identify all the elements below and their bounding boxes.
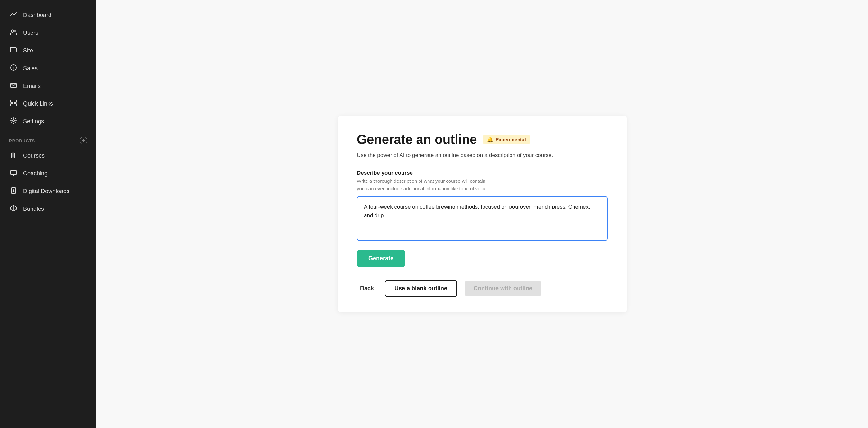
generate-button[interactable]: Generate bbox=[357, 250, 405, 267]
sidebar-item-users[interactable]: Users bbox=[0, 24, 96, 42]
content-card: Generate an outline 🔔 Experimental Use t… bbox=[338, 116, 627, 312]
svg-rect-9 bbox=[10, 104, 13, 106]
sidebar-item-quick-links[interactable]: Quick Links bbox=[0, 95, 96, 113]
svg-rect-15 bbox=[10, 170, 17, 175]
field-label: Describe your course bbox=[357, 170, 608, 176]
badge-icon: 🔔 bbox=[487, 137, 494, 143]
site-icon bbox=[9, 46, 18, 55]
sales-icon: $ bbox=[9, 64, 18, 73]
sidebar-item-bundles-label: Bundles bbox=[23, 206, 44, 212]
svg-rect-8 bbox=[14, 100, 17, 102]
sidebar-item-dashboard-label: Dashboard bbox=[23, 12, 52, 19]
course-description-textarea[interactable] bbox=[357, 196, 608, 241]
users-icon bbox=[9, 29, 18, 37]
sidebar-item-digital-downloads-label: Digital Downloads bbox=[23, 188, 69, 195]
title-row: Generate an outline 🔔 Experimental bbox=[357, 132, 608, 147]
sidebar-item-digital-downloads[interactable]: Digital Downloads bbox=[0, 182, 96, 200]
page-title: Generate an outline bbox=[357, 132, 477, 147]
dashboard-icon bbox=[9, 11, 18, 20]
field-hint-line1: Write a thorough description of what you… bbox=[357, 178, 487, 184]
sidebar: Dashboard Users Site $ S bbox=[0, 0, 96, 428]
sidebar-item-bundles[interactable]: Bundles bbox=[0, 200, 96, 218]
quick-links-icon bbox=[9, 99, 18, 108]
products-section: PRODUCTS + bbox=[0, 130, 96, 147]
digital-downloads-icon bbox=[9, 187, 18, 196]
settings-icon bbox=[9, 117, 18, 126]
field-hint-line2: you can even include additional informat… bbox=[357, 186, 488, 191]
svg-text:$: $ bbox=[12, 66, 14, 70]
main-content: Generate an outline 🔔 Experimental Use t… bbox=[96, 0, 868, 428]
svg-point-11 bbox=[12, 120, 14, 122]
bundles-icon bbox=[9, 205, 18, 213]
svg-rect-7 bbox=[10, 100, 13, 102]
sidebar-item-quick-links-label: Quick Links bbox=[23, 101, 53, 107]
continue-outline-button: Continue with outline bbox=[465, 281, 541, 296]
sidebar-item-settings[interactable]: Settings bbox=[0, 113, 96, 130]
emails-icon bbox=[9, 82, 18, 90]
coaching-icon bbox=[9, 169, 18, 178]
products-section-label: PRODUCTS bbox=[9, 138, 35, 143]
badge-text: Experimental bbox=[495, 137, 526, 142]
subtitle: Use the power of AI to generate an outli… bbox=[357, 151, 608, 160]
sidebar-item-users-label: Users bbox=[23, 30, 38, 36]
sidebar-item-emails[interactable]: Emails bbox=[0, 77, 96, 95]
svg-point-1 bbox=[14, 30, 16, 32]
sidebar-item-emails-label: Emails bbox=[23, 83, 40, 89]
svg-point-0 bbox=[11, 30, 14, 32]
svg-rect-2 bbox=[10, 48, 17, 52]
sidebar-item-sales[interactable]: $ Sales bbox=[0, 60, 96, 77]
sidebar-item-dashboard[interactable]: Dashboard bbox=[0, 6, 96, 24]
courses-icon bbox=[9, 151, 18, 160]
back-button[interactable]: Back bbox=[357, 281, 377, 296]
sidebar-item-courses-label: Courses bbox=[23, 152, 45, 159]
sidebar-item-settings-label: Settings bbox=[23, 118, 44, 125]
sidebar-item-coaching-label: Coaching bbox=[23, 170, 48, 177]
actions-row: Back Use a blank outline Continue with o… bbox=[357, 280, 608, 297]
sidebar-item-site-label: Site bbox=[23, 47, 33, 54]
sidebar-item-coaching[interactable]: Coaching bbox=[0, 165, 96, 182]
sidebar-item-sales-label: Sales bbox=[23, 65, 38, 72]
field-hint: Write a thorough description of what you… bbox=[357, 178, 608, 192]
svg-rect-10 bbox=[14, 104, 17, 106]
add-product-button[interactable]: + bbox=[80, 137, 88, 144]
sidebar-item-site[interactable]: Site bbox=[0, 42, 96, 60]
blank-outline-button[interactable]: Use a blank outline bbox=[385, 280, 457, 297]
svg-rect-3 bbox=[10, 48, 13, 52]
experimental-badge: 🔔 Experimental bbox=[483, 135, 530, 144]
sidebar-item-courses[interactable]: Courses bbox=[0, 147, 96, 165]
